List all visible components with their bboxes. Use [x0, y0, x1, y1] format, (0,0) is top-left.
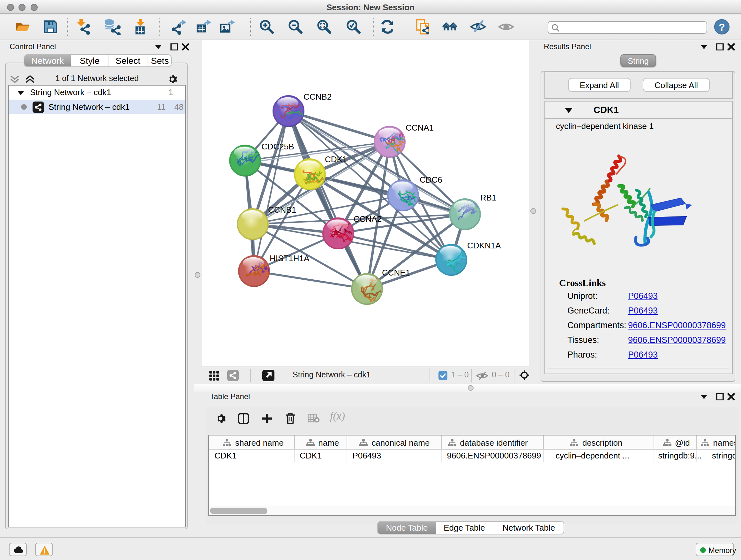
- svg-text:RB1: RB1: [480, 193, 496, 202]
- svg-text:CCNA2: CCNA2: [353, 214, 381, 224]
- svg-text:CDC25B: CDC25B: [261, 142, 294, 151]
- svg-text:CCNA1: CCNA1: [405, 123, 433, 132]
- svg-text:CCNB2: CCNB2: [303, 92, 331, 102]
- svg-text:CDKN1A: CDKN1A: [467, 241, 501, 250]
- svg-text:CDC6: CDC6: [419, 175, 442, 185]
- svg-text:HIST1H1A: HIST1H1A: [269, 253, 309, 263]
- svg-text:CDK1: CDK1: [325, 154, 347, 164]
- svg-text:CCNB1: CCNB1: [268, 205, 296, 214]
- svg-text:CCNE1: CCNE1: [382, 268, 410, 277]
